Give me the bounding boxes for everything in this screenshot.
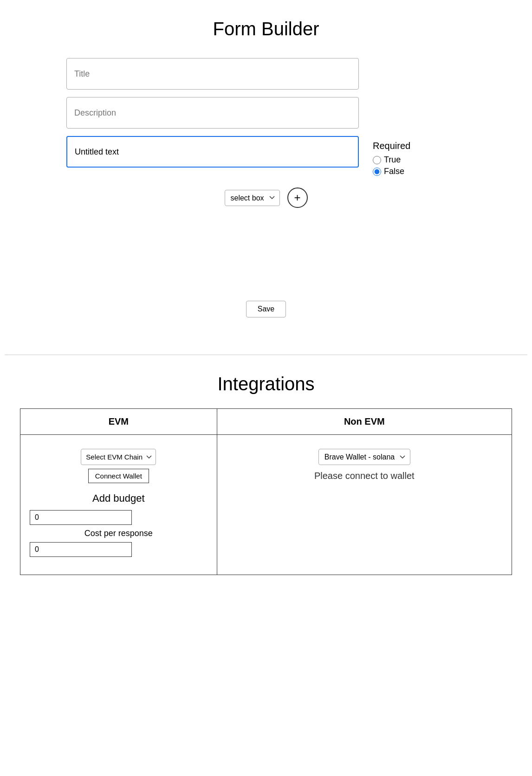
field-label-input[interactable] — [66, 136, 359, 168]
integrations-section: Integrations EVM Non EVM Select EVM Chai… — [11, 355, 521, 594]
integrations-table: EVM Non EVM Select EVM Chain Connect Wal… — [20, 408, 512, 575]
non-evm-header: Non EVM — [217, 409, 512, 435]
required-true-radio[interactable] — [373, 156, 381, 164]
brave-wallet-select[interactable]: Brave Wallet - solana — [318, 449, 410, 465]
required-section: Required True False — [373, 136, 410, 178]
plus-icon: + — [294, 191, 300, 204]
table-header-row: EVM Non EVM — [20, 409, 512, 435]
description-field-row — [66, 97, 466, 129]
budget-input[interactable] — [30, 510, 132, 525]
title-field-row — [66, 58, 466, 90]
cost-per-response-label: Cost per response — [30, 529, 208, 538]
table-row: Select EVM Chain Connect Wallet Add budg… — [20, 435, 512, 575]
title-input[interactable] — [66, 58, 359, 90]
required-true-label[interactable]: True — [373, 155, 401, 165]
add-field-button[interactable]: + — [287, 188, 308, 208]
field-type-select[interactable]: select box — [225, 190, 280, 206]
connect-wallet-button[interactable]: Connect Wallet — [88, 469, 149, 483]
field-with-required: Required True False — [66, 136, 466, 178]
add-field-row: select box + — [66, 188, 466, 208]
cost-per-response-input[interactable] — [30, 542, 132, 557]
save-button[interactable]: Save — [246, 301, 286, 317]
connect-wallet-text: Please connect to wallet — [227, 471, 502, 481]
required-false-radio[interactable] — [373, 168, 381, 176]
non-evm-cell: Brave Wallet - solana Please connect to … — [217, 435, 512, 575]
page-title: Form Builder — [66, 19, 466, 39]
description-input[interactable] — [66, 97, 359, 129]
true-label: True — [384, 155, 401, 165]
evm-header: EVM — [20, 409, 217, 435]
page-container: Form Builder Required True False — [0, 0, 532, 594]
select-evm-chain[interactable]: Select EVM Chain — [81, 449, 156, 465]
required-false-label[interactable]: False — [373, 167, 404, 176]
false-label: False — [384, 167, 404, 176]
save-row: Save — [66, 301, 466, 317]
evm-cell: Select EVM Chain Connect Wallet Add budg… — [20, 435, 217, 575]
form-builder-section: Form Builder Required True False — [57, 0, 475, 355]
required-label: Required — [373, 141, 410, 151]
integrations-title: Integrations — [20, 374, 512, 394]
add-budget-label: Add budget — [30, 492, 208, 504]
